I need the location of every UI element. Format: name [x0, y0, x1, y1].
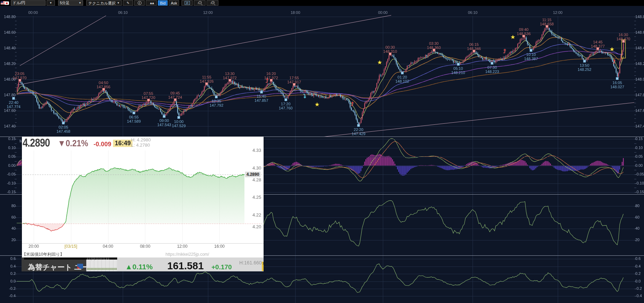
ticker-mini-header: 8 9 [03] 03 04 01 8 6	[87, 257, 109, 260]
yield-axis-label: 4.28	[252, 177, 264, 182]
pair-flags-icon	[1, 1, 10, 5]
trading-app-window: ドル/円 ▼ 5分足▼ テクニカル選択▼ ✎ i ▲▲ Bid Ask ↕− ↕…	[0, 0, 644, 303]
yield-low: L: 4.2780	[131, 142, 150, 148]
yield-time-label: 04:00	[103, 244, 113, 249]
chevron-down-icon: ▼	[49, 1, 52, 5]
down-triangle-icon: ▼	[58, 138, 66, 148]
yield-axis-label: 4.25	[252, 195, 264, 200]
yield-axis-label: 4.33	[252, 148, 264, 153]
mountain-icon: ▲▲	[149, 1, 153, 5]
zoom-in-icon: ↕+	[210, 1, 215, 5]
treasury-yield-popup[interactable]: 4.2890 ▼0.21% -0.009 16:49 H: 4.2980L: 4…	[22, 137, 264, 257]
yield-time-label: 20:00	[29, 244, 39, 249]
chart-toolbar: ドル/円 ▼ 5分足▼ テクニカル選択▼ ✎ i ▲▲ Bid Ask ↕− ↕…	[0, 0, 644, 6]
bid-label: Bid	[160, 1, 166, 5]
fx-ticker-widget[interactable]: 為替チャート ユーロ/円 8 9 [03] 03 04 01 8 6 ▲0.11…	[22, 257, 264, 271]
ticker-chart-icon	[77, 264, 83, 269]
pair-select-value: ドル/円	[13, 1, 25, 5]
ticker-sparkline	[87, 268, 117, 270]
yield-axis-label: 4.22	[252, 212, 264, 218]
ticker-change-absolute: +0.170	[211, 263, 232, 271]
yield-time-badge: 16:49	[113, 140, 132, 147]
chevron-down-icon: ▼	[117, 1, 120, 5]
ticker-change-percent: ▲0.11%	[125, 263, 153, 271]
yield-current-tag: 4.2890	[245, 172, 260, 177]
yield-value: 4.2890	[23, 136, 50, 149]
technical-select-label: テクニカル選択	[88, 1, 115, 5]
yield-area-chart	[22, 137, 264, 257]
candle-chart-icon	[185, 1, 190, 5]
yield-high: H: 4.2980	[131, 137, 151, 142]
yield-time-label: [03/15]	[64, 244, 77, 249]
popup-title: 【米国債10年利回り】	[22, 252, 64, 257]
candle-display-button[interactable]	[182, 0, 193, 6]
info-button[interactable]: i	[134, 0, 145, 6]
yield-change-percent: ▼0.21%	[58, 138, 88, 149]
popup-source-url: https://nikkei225jp.com/	[166, 252, 209, 257]
ask-label: Ask	[171, 1, 177, 5]
ticker-value: 161.581	[167, 260, 204, 271]
yield-time-label: 08:00	[140, 244, 150, 249]
ticker-yellow-tag: 1	[262, 262, 264, 271]
chart-style-button[interactable]: ▲▲	[146, 0, 157, 6]
pencil-icon: ✎	[127, 1, 129, 5]
yield-time-label: 12:00	[177, 244, 187, 249]
yield-time-label: 16:00	[214, 244, 225, 249]
ask-button[interactable]: Ask	[169, 0, 179, 6]
timeframe-select[interactable]: 5分足▼	[58, 0, 83, 6]
zoom-out-button[interactable]: ↕−	[194, 0, 206, 6]
zoom-out-icon: ↕−	[197, 1, 202, 5]
yield-change-absolute: -0.009	[94, 141, 111, 148]
bid-button[interactable]: Bid	[158, 0, 168, 6]
pair-dropdown-button[interactable]: ▼	[47, 0, 55, 6]
yield-change-percent-value: 0.21%	[66, 138, 88, 148]
info-icon: i	[138, 1, 142, 5]
zoom-in-button[interactable]: ↕+	[207, 0, 218, 6]
yield-axis-label: 4.20	[252, 224, 264, 229]
yield-axis-label: 4.30	[252, 165, 264, 171]
chevron-down-icon: ▼	[79, 1, 81, 5]
technical-select-button[interactable]: テクニカル選択▼	[86, 0, 122, 6]
ticker-high: H:161.660	[239, 260, 262, 265]
pair-select[interactable]: ドル/円	[11, 0, 46, 6]
yield-high-low: H: 4.2980L: 4.2780	[131, 137, 151, 148]
draw-tool-button[interactable]: ✎	[123, 0, 133, 6]
timeframe-value: 5分足	[60, 1, 70, 5]
